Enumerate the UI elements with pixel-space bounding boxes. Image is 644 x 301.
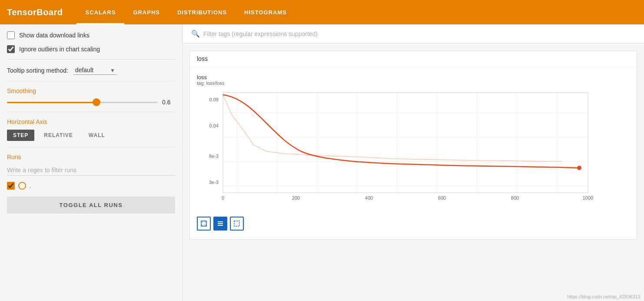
y-label-0: 0.09 xyxy=(209,97,219,102)
x-label-3: 600 xyxy=(438,195,446,201)
watermark: https://blog.csdn.net/qq_42836313 xyxy=(567,294,641,299)
tooltip-select[interactable]: default descending ascending nearest xyxy=(73,66,117,75)
filter-bar: 🔍 xyxy=(183,24,644,43)
slider-row: 0.6 xyxy=(7,99,175,106)
fit-icon xyxy=(234,221,240,227)
x-label-5: 1000 xyxy=(583,195,593,201)
chart-body: loss tag: loss/loss xyxy=(190,67,637,239)
ignore-outliers-label: Ignore outliers in chart scaling xyxy=(19,46,100,53)
runs-filter-input[interactable] xyxy=(7,165,175,176)
ignore-outliers-row[interactable]: Ignore outliers in chart scaling xyxy=(7,45,175,53)
header: TensorBoard SCALARS GRAPHS DISTRIBUTIONS… xyxy=(0,0,644,24)
toggle-all-runs-button[interactable]: TOGGLE ALL RUNS xyxy=(7,197,175,214)
x-label-4: 800 xyxy=(511,195,519,201)
run-item: . xyxy=(7,182,175,190)
run-checkbox[interactable] xyxy=(7,182,15,190)
axis-wall-button[interactable]: WALL xyxy=(83,130,111,141)
tooltip-select-wrap[interactable]: default descending ascending nearest ▼ xyxy=(73,66,117,75)
axis-step-button[interactable]: STEP xyxy=(7,130,34,141)
divider-2 xyxy=(7,81,175,81)
y-label-2: 8e-3 xyxy=(209,154,219,159)
nav-scalars[interactable]: SCALARS xyxy=(76,0,124,24)
divider-4 xyxy=(7,147,175,147)
divider-3 xyxy=(7,112,175,112)
horizontal-axis-label: Horizontal Axis xyxy=(7,118,175,125)
expand-icon xyxy=(201,221,207,227)
tooltip-label: Tooltip sorting method: xyxy=(7,67,68,74)
tooltip-row: Tooltip sorting method: default descendi… xyxy=(7,66,175,75)
nav-graphs[interactable]: GRAPHS xyxy=(124,0,169,24)
fit-button[interactable] xyxy=(230,217,244,231)
horizontal-axis-section: Horizontal Axis STEP RELATIVE WALL xyxy=(7,118,175,141)
list-button[interactable] xyxy=(213,217,227,231)
loss-chart-card: loss loss tag: loss/loss xyxy=(189,50,637,240)
svg-rect-4 xyxy=(234,221,239,226)
chart-title-area: loss tag: loss/loss xyxy=(197,74,630,86)
divider-1 xyxy=(7,59,175,60)
x-label-0: 0 xyxy=(222,195,224,201)
loss-chart-svg: 0.09 0.04 8e-3 3e-3 0 200 400 600 800 10… xyxy=(197,88,597,210)
chart-title: loss xyxy=(197,74,630,80)
show-download-links-row[interactable]: Show data download links xyxy=(7,31,175,39)
charts-area: loss loss tag: loss/loss xyxy=(183,43,644,254)
main-nav: SCALARS GRAPHS DISTRIBUTIONS HISTOGRAMS xyxy=(76,0,295,24)
chart-tag: tag: loss/loss xyxy=(197,80,630,86)
loss-endpoint-dot xyxy=(577,166,581,170)
chart-grid xyxy=(223,93,588,193)
y-label-1: 0.04 xyxy=(209,123,219,128)
chart-toolbar xyxy=(197,215,630,232)
axis-relative-button[interactable]: RELATIVE xyxy=(38,130,79,141)
search-icon: 🔍 xyxy=(191,30,200,38)
runs-section: Runs . xyxy=(7,154,175,190)
nav-histograms[interactable]: HISTOGRAMS xyxy=(236,0,295,24)
x-label-2: 400 xyxy=(365,195,373,201)
chart-svg-container: 0.09 0.04 8e-3 3e-3 0 200 400 600 800 10… xyxy=(197,88,630,211)
axis-buttons: STEP RELATIVE WALL xyxy=(7,130,175,141)
runs-label: Runs xyxy=(7,154,175,161)
list-icon xyxy=(217,221,223,227)
svg-rect-2 xyxy=(218,223,223,224)
x-label-1: 200 xyxy=(292,195,300,201)
show-download-links-checkbox[interactable] xyxy=(7,31,15,39)
run-dot-label: . xyxy=(30,183,31,189)
smoothing-slider[interactable] xyxy=(7,102,158,103)
show-download-links-label: Show data download links xyxy=(19,32,90,39)
svg-rect-1 xyxy=(218,221,223,222)
smoothing-label: Smoothing xyxy=(7,87,175,94)
expand-button[interactable] xyxy=(197,217,211,231)
filter-tags-input[interactable] xyxy=(203,30,635,37)
svg-rect-3 xyxy=(218,225,223,226)
main-content: 🔍 loss loss tag: loss/loss xyxy=(183,24,644,301)
logo: TensorBoard xyxy=(7,7,63,17)
y-label-3: 3e-3 xyxy=(209,180,219,185)
smoothing-value: 0.6 xyxy=(162,99,175,106)
nav-distributions[interactable]: DISTRIBUTIONS xyxy=(169,0,236,24)
ignore-outliers-checkbox[interactable] xyxy=(7,45,15,53)
main-layout: Show data download links Ignore outliers… xyxy=(0,24,644,301)
run-circle[interactable] xyxy=(18,182,26,190)
chart-card-header: loss xyxy=(190,51,637,67)
smoothing-section: Smoothing 0.6 xyxy=(7,87,175,106)
sidebar: Show data download links Ignore outliers… xyxy=(0,24,183,301)
